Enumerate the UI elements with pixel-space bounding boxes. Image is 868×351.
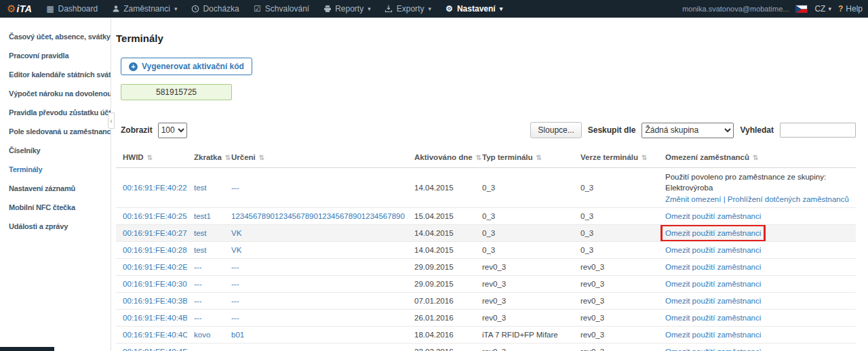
- zkratka-cell: ---: [187, 293, 224, 310]
- hwid-link[interactable]: 00:16:91:FE:40:4B: [123, 314, 187, 322]
- sidebar-item-vacation-entitlement[interactable]: Výpočet nároku na dovolenou: [0, 84, 111, 103]
- hwid-link[interactable]: 00:16:91:FE:40:2E: [123, 263, 187, 271]
- zkratka-link[interactable]: ---: [194, 263, 202, 271]
- sidebar-item-balance-transfer-rules[interactable]: Pravidla převodu zůstatku účtů: [0, 103, 111, 122]
- restrict-usage-link[interactable]: Omezit použití zaměstnanci: [665, 297, 761, 305]
- header-urceni[interactable]: Určeni⇅: [224, 147, 408, 168]
- sidebar-item-holiday-calendar-editor[interactable]: Editor kalendáře státních svátků: [0, 65, 111, 84]
- restrict-usage-link[interactable]: Omezit použití zaměstnanci: [665, 280, 761, 288]
- sidebar-item-time-account[interactable]: Časový účet, absence, svátky: [0, 27, 111, 46]
- hwid-link[interactable]: 00:16:91:FE:40:25: [123, 212, 187, 220]
- sidebar-item-terminals[interactable]: Terminály: [0, 160, 111, 179]
- urceni-link[interactable]: ---: [231, 280, 239, 288]
- help-link[interactable]: ? Help: [838, 4, 863, 14]
- urceni-link[interactable]: ---: [231, 314, 239, 322]
- nav-reports[interactable]: Reporty ▾: [316, 0, 378, 18]
- zkratka-link[interactable]: test: [194, 229, 207, 237]
- restrict-usage-link[interactable]: Omezit použití zaměstnanci: [665, 348, 761, 351]
- activated-date-cell: 07.01.2016: [408, 293, 475, 310]
- urceni-link[interactable]: VK: [231, 246, 241, 254]
- search-input[interactable]: [780, 123, 856, 138]
- terminal-type-cell: 0_3: [475, 168, 574, 208]
- restriction-cell: Omezit použití zaměstnanci: [658, 310, 856, 327]
- sidebar-item-work-rules[interactable]: Pracovní pravidla: [0, 46, 111, 65]
- activated-date-cell: 29.09.2015: [408, 276, 475, 293]
- hwid-link[interactable]: 00:16:91:FE:40:22: [123, 184, 187, 192]
- zkratka-link[interactable]: test: [194, 246, 207, 254]
- header-omezeni-zamestnancu[interactable]: Omezení zaměstnanců⇅: [658, 147, 856, 168]
- nav-settings[interactable]: ⚙ Nastavení ▾: [438, 0, 509, 18]
- sidebar-item-events-messages[interactable]: Události a zprávy: [0, 217, 111, 236]
- zkratka-link[interactable]: ---: [194, 314, 202, 322]
- sidebar-item-tracked-fields[interactable]: Pole sledovaná u zaměstnanců: [0, 122, 111, 141]
- nav-attendance[interactable]: Docházka: [184, 0, 245, 18]
- urceni-link[interactable]: ---: [231, 263, 239, 271]
- approval-check-icon: ☑: [253, 5, 262, 14]
- nav-label: Dashboard: [58, 4, 98, 14]
- header-zkratka[interactable]: Zkratka⇅: [187, 147, 224, 168]
- restrict-usage-link[interactable]: Omezit použití zaměstnanci: [665, 229, 761, 237]
- header-typ-terminalu[interactable]: Typ terminálu⇅: [475, 147, 574, 168]
- view-affected-employees-link[interactable]: Prohlížení dotčených zaměstnanců: [728, 195, 849, 203]
- terminal-version-cell: rev0_3: [574, 259, 658, 276]
- app-logo[interactable]: ⚙ iTA: [7, 3, 32, 15]
- hwid-link[interactable]: 00:16:91:FE:40:28: [123, 246, 187, 254]
- header-hwid[interactable]: HWID⇅: [116, 147, 187, 168]
- columns-button[interactable]: Sloupce...: [530, 122, 581, 138]
- sort-icon: ⇅: [259, 154, 264, 161]
- dashboard-grid-icon: ▦: [45, 5, 54, 14]
- sort-icon: ⇅: [225, 154, 231, 161]
- hwid-link[interactable]: 00:16:91:FE:40:4F: [123, 348, 187, 351]
- group-by-select[interactable]: Žádná skupina: [642, 123, 734, 138]
- hwid-link[interactable]: 00:16:91:FE:40:27: [123, 229, 187, 237]
- restrict-usage-link[interactable]: Omezit použití zaměstnanci: [665, 314, 761, 322]
- sidebar-collapse-handle[interactable]: ‹: [108, 112, 115, 129]
- user-email[interactable]: monika.svatonova@mobatime...: [682, 5, 789, 13]
- urceni-link[interactable]: b01: [231, 331, 244, 339]
- urceni-link[interactable]: 1234567890123456789012345678901234567890: [231, 212, 405, 220]
- sidebar-item-record-settings[interactable]: Nastavení záznamů: [0, 179, 111, 198]
- restrict-usage-link[interactable]: Omezit použití zaměstnanci: [665, 212, 761, 220]
- nav-employees[interactable]: Zaměstnanci ▾: [104, 0, 184, 18]
- zkratka-link[interactable]: ---: [194, 348, 202, 351]
- hwid-link[interactable]: 00:16:91:FE:40:3B: [123, 297, 187, 305]
- urceni-link[interactable]: ---: [231, 184, 239, 192]
- urceni-link[interactable]: VK: [231, 229, 241, 237]
- nav-approval[interactable]: ☑ Schvalování: [246, 0, 316, 18]
- restrict-usage-link[interactable]: Omezit použití zaměstnanci: [665, 263, 761, 271]
- zkratka-link[interactable]: ---: [194, 297, 202, 305]
- zkratka-link[interactable]: kovo: [194, 331, 210, 339]
- language-selector[interactable]: CZ ▾: [814, 4, 831, 14]
- hwid-link[interactable]: 00:16:91:FE:40:4C: [123, 331, 187, 339]
- nav-label: Docházka: [203, 4, 239, 14]
- generate-activation-code-button[interactable]: + Vygenerovat aktivační kód: [121, 58, 252, 75]
- terminal-type-cell: rev0_3: [475, 310, 574, 327]
- table-row: 00:16:91:FE:40:4Ckovob0118.04.2016iTA 7 …: [116, 327, 856, 344]
- header-verze-terminalu[interactable]: Verze terminálu⇅: [574, 147, 658, 168]
- logo-gear-icon: ⚙: [7, 3, 16, 15]
- zkratka-link[interactable]: ---: [194, 280, 202, 288]
- urceni-link[interactable]: ---: [231, 297, 239, 305]
- nav-exports[interactable]: Exporty ▾: [378, 0, 438, 18]
- terminal-version-cell: 0_3: [574, 242, 658, 259]
- page-size-select[interactable]: 100: [158, 123, 187, 138]
- urceni-cell: VK: [224, 242, 408, 259]
- restrict-usage-link[interactable]: Omezit použití zaměstnanci: [665, 331, 761, 339]
- terminal-version-cell: rev0_3: [574, 276, 658, 293]
- hwid-cell: 00:16:91:FE:40:27: [116, 225, 187, 242]
- search-label: Vyhledat: [740, 125, 774, 135]
- zkratka-link[interactable]: test1: [194, 212, 211, 220]
- restriction-cell: Omezit použití zaměstnanci: [658, 276, 856, 293]
- activated-date-cell: 14.04.2015: [408, 242, 475, 259]
- language-label: CZ: [814, 4, 825, 14]
- urceni-link[interactable]: ---: [231, 348, 239, 351]
- restrict-usage-link[interactable]: Omezit použití zaměstnanci: [665, 246, 761, 254]
- zkratka-link[interactable]: test: [194, 184, 207, 192]
- hwid-link[interactable]: 00:16:91:FE:40:30: [123, 280, 187, 288]
- restriction-cell: Omezit použití zaměstnanci: [658, 327, 856, 344]
- nav-dashboard[interactable]: ▦ Dashboard: [39, 0, 104, 18]
- header-aktivovano-dne[interactable]: Aktivováno dne⇅: [408, 147, 475, 168]
- sidebar-item-codelists[interactable]: Číselníky: [0, 141, 111, 160]
- sidebar-item-mobile-nfc-reader[interactable]: Mobilní NFC čtečka: [0, 198, 111, 217]
- change-restriction-link[interactable]: Změnit omezení: [665, 195, 721, 203]
